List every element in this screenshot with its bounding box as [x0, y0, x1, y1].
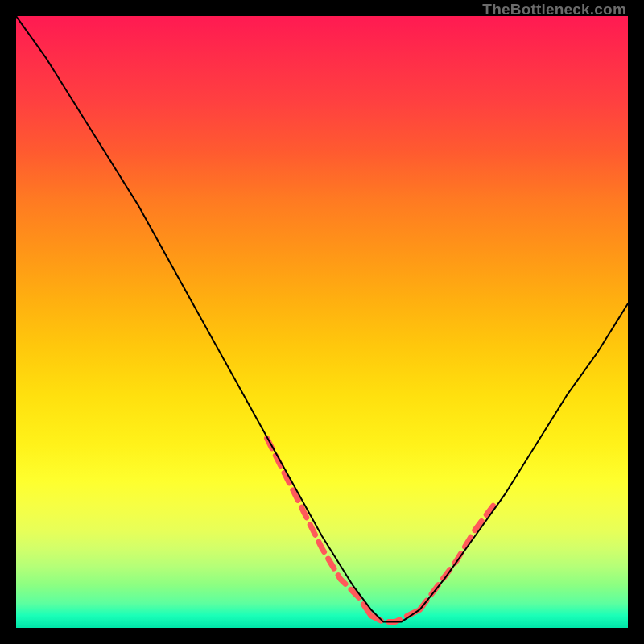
series-highlight-right [420, 506, 493, 609]
chart-svg [16, 16, 628, 628]
plot-area [16, 16, 628, 628]
series-highlight-bottom [371, 609, 420, 621]
series-curve [16, 16, 628, 621]
chart-stage: TheBottleneck.com [0, 0, 644, 644]
